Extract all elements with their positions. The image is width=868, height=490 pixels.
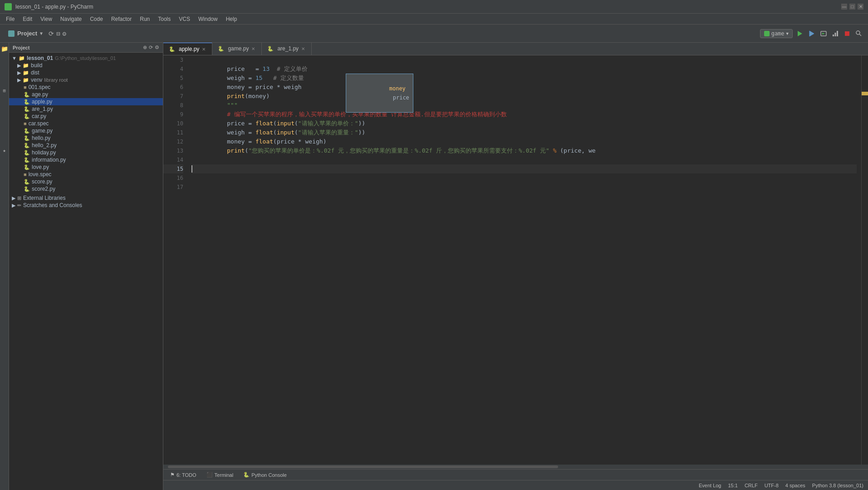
window-title: lesson_01 - apple.py - PyCharm: [15, 4, 93, 10]
menu-refactor[interactable]: Refactor: [108, 15, 135, 23]
menu-window[interactable]: Window: [195, 15, 221, 23]
tree-item-hello2py[interactable]: 🐍 hello_2.py: [9, 142, 163, 149]
tab-gamepy[interactable]: 🐍 game.py ✕: [212, 43, 262, 55]
applepy-label: apple.py: [32, 99, 52, 105]
stop-button[interactable]: [843, 29, 852, 38]
run-config-label: game: [771, 30, 785, 37]
scratches-expand-icon: ▶: [12, 203, 15, 208]
favorites-panel-icon[interactable]: ★: [1, 147, 8, 154]
tab-are1py-close[interactable]: ✕: [300, 46, 306, 51]
scorepy-label: score.py: [32, 178, 52, 185]
bottom-tab-terminal[interactable]: ⬛ Terminal: [202, 471, 238, 479]
svg-rect-6: [837, 31, 838, 36]
menu-code[interactable]: Code: [86, 15, 107, 23]
menu-view[interactable]: View: [37, 15, 56, 23]
tree-item-are1py[interactable]: 🐍 are_1.py: [9, 105, 163, 113]
tab-are1py-icon: 🐍: [267, 46, 274, 52]
tree-item-build[interactable]: ▶ 📁 build: [9, 62, 163, 69]
tab-applepy[interactable]: 🐍 apple.py ✕: [163, 43, 212, 55]
tree-item-external-libraries[interactable]: ▶ ⊞ External Libraries: [9, 194, 163, 202]
dist-folder-icon: 📁: [23, 70, 29, 76]
tab-applepy-close[interactable]: ✕: [201, 47, 206, 52]
run-config-arrow[interactable]: ▼: [786, 31, 789, 36]
hellopy-label: hello.py: [32, 135, 50, 141]
ln-12: 12: [163, 137, 183, 146]
ln-9: 9: [163, 110, 183, 119]
applepy-icon: 🐍: [24, 99, 30, 105]
toolbar-left: Project ▼ ⟳ ⊟ ⚙: [5, 29, 66, 38]
menu-navigate[interactable]: Navigate: [57, 15, 85, 23]
line-sep[interactable]: CRLF: [745, 483, 758, 488]
menu-vcs[interactable]: VCS: [175, 15, 194, 23]
menu-file[interactable]: File: [2, 15, 18, 23]
tree-item-carpy[interactable]: 🐍 car.py: [9, 113, 163, 120]
tree-item-informationpy[interactable]: 🐍 information.py: [9, 156, 163, 163]
cursor-position[interactable]: 15:1: [728, 483, 738, 488]
run-button[interactable]: [795, 29, 804, 38]
maximize-button[interactable]: □: [849, 4, 855, 10]
tree-item-venv[interactable]: ▶ 📁 venv library root: [9, 76, 163, 84]
project-dropdown-arrow[interactable]: ▼: [40, 31, 43, 36]
close-button[interactable]: ✕: [858, 4, 863, 10]
tree-item-dist[interactable]: ▶ 📁 dist: [9, 69, 163, 76]
project-dropdown[interactable]: Project ▼: [5, 29, 46, 38]
tree-item-001spec[interactable]: ■ 001.spec: [9, 84, 163, 91]
tree-item-scorepy[interactable]: 🐍 score.py: [9, 178, 163, 185]
bottom-tab-python-console[interactable]: 🐍 Python Console: [239, 471, 291, 479]
code-line-15[interactable]: [191, 164, 857, 173]
terminal-label: Terminal: [215, 472, 234, 478]
tree-item-applepy[interactable]: 🐍 apple.py: [9, 98, 163, 105]
bottom-tab-todo[interactable]: ⚑ 6: TODO: [166, 471, 201, 479]
header-icon-3[interactable]: ⚙: [155, 45, 159, 50]
root-folder-icon: 📁: [19, 55, 25, 61]
code-content[interactable]: price = 13 # 定义单价 weigh = 15 # 定义数量 mone…: [187, 55, 861, 465]
svg-rect-4: [833, 35, 834, 36]
tree-item-carspec[interactable]: ■ car.spec: [9, 120, 163, 127]
root-collapse-icon: ▼: [12, 55, 17, 61]
menu-edit[interactable]: Edit: [19, 15, 36, 23]
project-panel-icon[interactable]: 📁: [1, 45, 8, 52]
coverage-button[interactable]: [819, 29, 828, 38]
search-everywhere-button[interactable]: [854, 29, 863, 38]
toolbar-icon-sync[interactable]: ⟳: [49, 30, 54, 37]
toolbar-icon-settings[interactable]: ⚙: [63, 30, 66, 37]
run-configuration[interactable]: game ▼: [760, 29, 793, 38]
menu-tools[interactable]: Tools: [154, 15, 174, 23]
tree-item-score2py[interactable]: 🐍 score2.py: [9, 185, 163, 193]
build-label: build: [31, 62, 42, 69]
project-label: Project: [17, 30, 37, 37]
tree-item-lovepy[interactable]: 🐍 love.py: [9, 163, 163, 171]
debug-button[interactable]: [807, 29, 816, 38]
encoding[interactable]: UTF-8: [765, 483, 779, 488]
carpy-icon: 🐍: [24, 114, 30, 119]
h-scrollbar-thumb[interactable]: [168, 465, 558, 468]
window-controls[interactable]: — □ ✕: [841, 4, 863, 10]
tab-are1py[interactable]: 🐍 are_1.py ✕: [262, 43, 312, 55]
tab-are1py-label: are_1.py: [277, 45, 299, 52]
structure-panel-icon[interactable]: ⊞: [1, 87, 8, 94]
tree-item-scratches[interactable]: ▶ ✏ Scratches and Consoles: [9, 202, 163, 209]
header-icon-1[interactable]: ⊕: [143, 45, 147, 50]
tree-item-agepy[interactable]: 🐍 age.py: [9, 91, 163, 98]
tab-gamepy-close[interactable]: ✕: [250, 46, 256, 51]
toolbar-icon-collapse[interactable]: ⊟: [56, 30, 60, 37]
menu-run[interactable]: Run: [136, 15, 153, 23]
menu-help[interactable]: Help: [222, 15, 241, 23]
code-editor[interactable]: 3 4 5 6 7 8 9 10 11 12 13 14 15 16 17: [163, 55, 868, 465]
tree-item-holidaypy[interactable]: 🐍 holiday.py: [9, 149, 163, 156]
informationpy-icon: 🐍: [24, 157, 30, 163]
minimize-button[interactable]: —: [841, 4, 847, 10]
event-log[interactable]: Event Log: [699, 483, 721, 488]
profile-button[interactable]: [831, 29, 840, 38]
tree-root[interactable]: ▼ 📁 lesson_01 G:\Python_study\lesson_01: [9, 54, 163, 62]
tree-item-gamepy[interactable]: 🐍 game.py: [9, 127, 163, 134]
ln-5: 5: [163, 74, 183, 83]
python-version[interactable]: Python 3.8 (lesson_01): [812, 483, 863, 488]
code-line-7: """: [191, 92, 857, 101]
horizontal-scrollbar[interactable]: [163, 465, 868, 469]
indent[interactable]: 4 spaces: [785, 483, 805, 488]
header-icon-2[interactable]: ⟳: [149, 45, 153, 50]
app-icon: [5, 3, 12, 10]
tree-item-hellopy[interactable]: 🐍 hello.py: [9, 134, 163, 142]
tree-item-lovespec[interactable]: ■ love.spec: [9, 171, 163, 178]
